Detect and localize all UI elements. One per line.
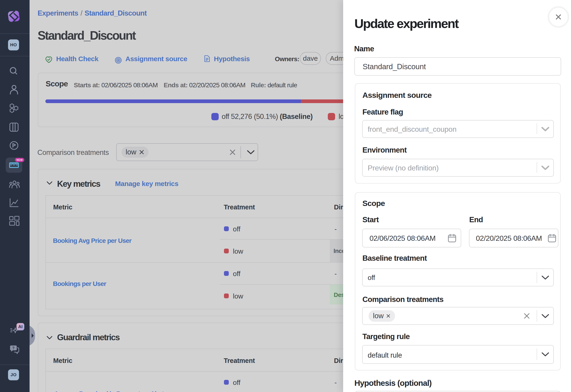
svg-text:?: ? xyxy=(12,346,15,350)
